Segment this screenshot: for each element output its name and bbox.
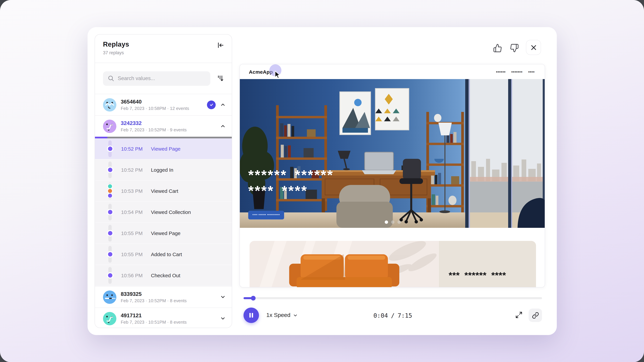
event-row[interactable]: 10:53 PM Viewed Cart [95,181,232,202]
chevron-down-icon[interactable] [220,316,226,321]
session-mini-progress[interactable] [95,137,232,138]
player-controls: 1x Speed 0:04 / 7:15 [244,308,542,323]
session-row-8339325[interactable]: 8339325 Feb 7, 2023 · 10:52PM · 8 events [95,286,232,308]
event-dot-icon [108,252,112,256]
collapse-sidebar-button[interactable] [216,40,225,50]
speed-selector[interactable]: 1x Speed [266,312,298,319]
event-row[interactable]: 10:52 PM Logged In [95,160,232,181]
carousel-dot [397,220,401,224]
event-time: 10:52 PM [121,167,142,173]
watched-check-badge [207,100,216,109]
masked-card-caption: *** ****** **** [448,270,506,281]
app-canvas: Replays 37 replays Search values... [0,0,644,362]
event-time: 10:54 PM [121,209,142,215]
sidebar-header: Replays 37 replays [95,34,232,63]
pause-button[interactable] [244,308,259,323]
session-meta: Feb 7, 2023 · 10:51PM · 8 events [121,320,216,325]
mouse-cursor-icon [274,71,282,79]
session-meta: Feb 7, 2023 · 10:52PM · 8 events [121,298,216,303]
masked-hero-heading: ****** ****** **** **** [248,170,334,196]
search-icon [108,75,114,82]
chevron-down-icon[interactable] [220,294,226,300]
page-title: Replays [103,40,129,48]
product-card: *** ****** **** [250,241,536,287]
search-placeholder: Search values... [118,75,155,81]
search-input[interactable]: Search values... [103,71,210,86]
event-dot-icon [108,168,112,172]
replayed-site-nav: ****** ******* **** [496,70,535,74]
event-row[interactable]: 10:56 PM Checked Out [95,265,232,286]
event-label: Added to Cart [151,251,182,257]
session-row-3242332[interactable]: 3242332 Feb 7, 2023 · 10:52PM · 9 events [95,115,232,137]
session-list: 3654640 Feb 7, 2023 · 10:58PM · 12 event… [95,94,232,328]
event-dot-icon [108,273,112,278]
event-row[interactable]: 10:54 PM Viewed Collection [95,202,232,223]
thumbs-down-icon [510,43,519,52]
player-top-actions [492,40,541,55]
carousel-dot-active [384,220,388,224]
session-id: 8339325 [121,291,216,297]
avatar [103,290,116,304]
check-icon [209,102,214,107]
event-row[interactable]: 10:52 PM Viewed Page [95,138,232,160]
thumbs-up-icon [493,43,502,52]
session-id: 4917121 [121,312,216,319]
thumbs-up-button[interactable] [492,43,503,52]
collapse-left-icon [216,41,224,49]
avatar [103,98,116,111]
event-label: Checked Out [151,273,180,278]
copy-link-button[interactable] [528,309,542,322]
chevron-up-icon[interactable] [220,123,226,129]
event-time: 10:56 PM [121,273,142,278]
replay-modal: Replays 37 replays Search values... [88,27,557,335]
session-row-4917121[interactable]: 4917121 Feb 7, 2023 · 10:51PM · 8 events [95,308,232,328]
time-separator: / [391,312,394,319]
speed-label: 1x Speed [266,312,290,319]
event-label: Logged In [151,167,173,173]
event-dot-icon [108,210,112,214]
event-dot-icon [108,189,112,193]
event-label: Viewed Page [151,230,180,236]
event-row[interactable]: 10:55 PM Added to Cart [95,244,232,265]
playback-progress-bar[interactable] [244,297,542,299]
event-dot-icon [108,194,112,198]
replays-sidebar: Replays 37 replays Search values... [94,34,232,328]
sort-button[interactable] [216,74,225,83]
event-dot-icon [108,184,112,188]
session-row-3654640[interactable]: 3654640 Feb 7, 2023 · 10:58PM · 12 event… [95,94,232,115]
session-id: 3654640 [121,99,202,105]
event-timeline: 10:52 PM Viewed Page 10:52 PM Logged In [95,138,232,286]
expand-button[interactable] [514,311,523,320]
event-row[interactable]: 10:55 PM Viewed Page [95,223,232,244]
hero-section: ****** ****** **** **** **** ****** ****… [240,79,545,228]
home-office-photo-illustration [240,79,545,228]
chevron-down-icon [293,313,298,318]
replayed-site-header: AcmeApp ****** ******* **** [240,64,545,79]
event-time: 10:53 PM [121,188,142,194]
session-mini-progress-fill [95,137,107,138]
masked-nav-item: **** [528,70,535,74]
playback-scrubber-handle[interactable] [251,296,256,301]
chevron-up-icon[interactable] [220,102,226,108]
session-meta: Feb 7, 2023 · 10:52PM · 9 events [121,127,216,132]
thumbs-down-button[interactable] [509,43,520,52]
event-time: 10:55 PM [121,251,142,257]
link-icon [532,312,539,319]
carousel-dot [391,220,394,224]
expand-icon [515,311,522,319]
product-card-panel: *** ****** **** [438,241,536,287]
session-id: 3242332 [121,120,216,126]
close-icon [530,44,536,50]
sofa-photo-illustration [250,241,438,287]
time-total: 7:15 [398,312,412,319]
player-right-controls [514,309,542,322]
playback-time: 0:04 / 7:15 [373,312,412,319]
pause-icon [248,312,254,318]
event-label: Viewed Collection [151,209,191,215]
replay-viewport: AcmeApp ****** ******* **** [240,64,545,287]
avatar [103,312,116,325]
masked-nav-item: ****** [496,70,506,74]
masked-hero-line: ****** ****** [248,170,334,180]
event-label: Viewed Cart [151,188,178,194]
close-button[interactable] [526,40,541,55]
